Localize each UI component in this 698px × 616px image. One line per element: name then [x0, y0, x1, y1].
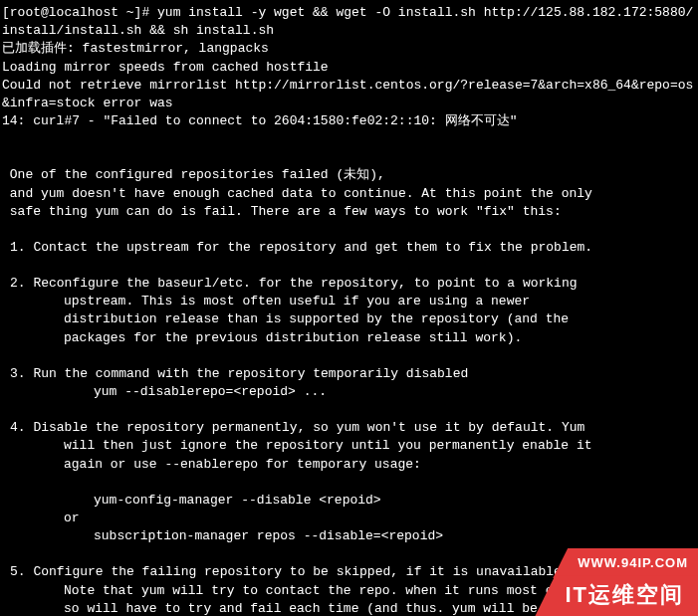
blank-line	[2, 474, 696, 492]
output-item-4-cmd1: yum-config-manager --disable <repoid>	[2, 492, 696, 510]
output-item-2-l2: upstream. This is most often useful if y…	[2, 293, 696, 310]
output-item-4-cmd2: subscription-manager repos --disable=<re…	[2, 527, 696, 545]
shell-prompt: [root@localhost ~]#	[2, 5, 157, 20]
watermark-logo: WWW.94IP.COM IT运维空间	[439, 546, 698, 616]
output-error-mirrorlist: Could not retrieve mirrorlist http://mir…	[2, 77, 696, 112]
watermark-brand: IT运维空间	[535, 575, 698, 616]
output-item-4-l3: again or use --enablerepo for temporary …	[2, 456, 696, 474]
output-plugins: 已加载插件: fastestmirror, langpacks	[2, 40, 696, 58]
output-item-2-l3: distribution release than is supported b…	[2, 310, 696, 328]
output-item-2-l4: packages for the previous distribution r…	[2, 329, 696, 347]
output-item-3-l1: 3. Run the command with the repository t…	[2, 365, 696, 383]
terminal-output: [root@localhost ~]# yum install -y wget …	[2, 4, 696, 616]
blank-line	[2, 130, 696, 148]
blank-line	[2, 148, 696, 166]
output-item-2-l1: 2. Reconfigure the baseurl/etc. for the …	[2, 275, 696, 293]
command-line: [root@localhost ~]# yum install -y wget …	[2, 4, 696, 40]
output-fail-msg-3: safe thing yum can do is fail. There are…	[2, 203, 696, 221]
output-item-4-l2: will then just ignore the repository unt…	[2, 437, 696, 455]
output-loading: Loading mirror speeds from cached hostfi…	[2, 59, 696, 77]
blank-line	[2, 401, 696, 419]
blank-line	[2, 257, 696, 275]
output-item-4-l1: 4. Disable the repository permanently, s…	[2, 419, 696, 437]
output-item-3-cmd: yum --disablerepo=<repoid> ...	[2, 383, 696, 401]
output-error-curl: 14: curl#7 - "Failed to connect to 2604:…	[2, 112, 696, 130]
watermark-url: WWW.94IP.COM	[553, 548, 698, 578]
output-item-1: 1. Contact the upstream for the reposito…	[2, 239, 696, 257]
output-item-4-or: or	[2, 510, 696, 527]
output-fail-msg-1: One of the configured repositories faile…	[2, 166, 696, 184]
output-fail-msg-2: and yum doesn't have enough cached data …	[2, 185, 696, 203]
blank-line	[2, 221, 696, 239]
blank-line	[2, 347, 696, 365]
